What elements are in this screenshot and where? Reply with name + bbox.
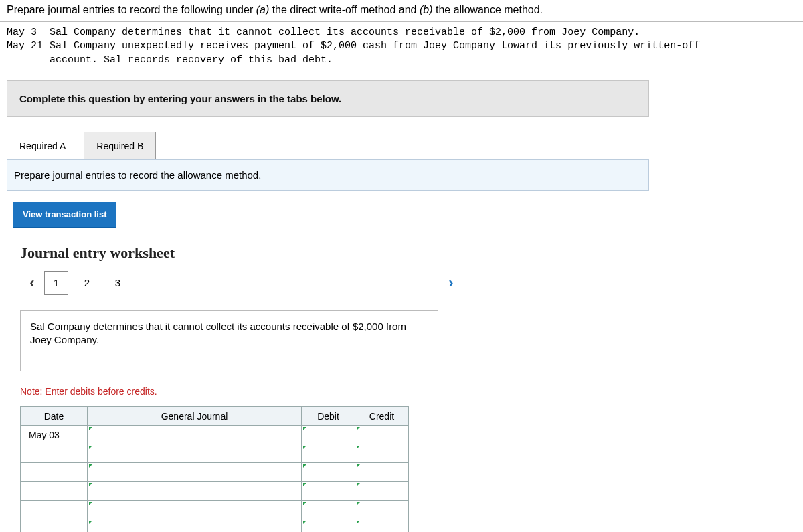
- prev-step-icon[interactable]: ‹: [20, 271, 44, 295]
- credit-cell[interactable]: [355, 444, 409, 463]
- dropdown-indicator-icon: [89, 427, 92, 430]
- view-transaction-list-button[interactable]: View transaction list: [13, 202, 116, 227]
- general-journal-cell[interactable]: [88, 426, 302, 444]
- dropdown-indicator-icon: [303, 446, 306, 449]
- part-a-label: (a): [256, 4, 270, 15]
- general-journal-cell[interactable]: [88, 482, 302, 501]
- col-general-journal: General Journal: [88, 407, 302, 426]
- event-text: Sal Company determines that it cannot co…: [47, 26, 640, 39]
- general-journal-cell[interactable]: [88, 463, 302, 482]
- debit-cell[interactable]: [302, 426, 355, 444]
- dropdown-indicator-icon: [357, 446, 360, 449]
- part-b-text: the allowance method.: [433, 4, 543, 15]
- dropdown-indicator-icon: [357, 464, 360, 468]
- date-cell[interactable]: [21, 501, 88, 519]
- event-date: May 21: [7, 39, 47, 53]
- credit-cell[interactable]: [355, 501, 409, 519]
- col-credit: Credit: [355, 407, 409, 426]
- step-3[interactable]: 3: [106, 271, 130, 295]
- date-cell[interactable]: May 03: [21, 426, 88, 444]
- event-text: account. Sal records recovery of this ba…: [47, 54, 333, 67]
- step-2[interactable]: 2: [75, 271, 99, 295]
- table-row: [21, 444, 409, 463]
- intro-prefix: Prepare journal entries to record the fo…: [7, 4, 256, 15]
- tab-required-a[interactable]: Required A: [7, 132, 78, 160]
- dropdown-indicator-icon: [357, 483, 360, 486]
- part-b-label: (b): [420, 4, 433, 15]
- table-row: [21, 463, 409, 482]
- step-navigation: ‹ 1 2 3 ›: [20, 271, 463, 295]
- complete-instruction-bar: Complete this question by entering your …: [7, 80, 649, 117]
- table-row: [21, 501, 409, 519]
- date-cell[interactable]: [21, 444, 88, 463]
- date-cell[interactable]: [21, 519, 88, 532]
- journal-entry-table: Date General Journal Debit Credit May 03: [20, 406, 409, 532]
- dropdown-indicator-icon: [89, 464, 92, 468]
- dropdown-indicator-icon: [89, 446, 92, 449]
- worksheet-title: Journal entry worksheet: [20, 244, 803, 262]
- credit-cell[interactable]: [355, 426, 409, 444]
- step-1[interactable]: 1: [44, 271, 68, 295]
- transaction-list: May 3 Sal Company determines that it can…: [0, 22, 803, 71]
- dropdown-indicator-icon: [357, 502, 360, 505]
- col-date: Date: [21, 407, 88, 426]
- debit-cell[interactable]: [302, 463, 355, 482]
- dropdown-indicator-icon: [303, 521, 306, 524]
- table-row: [21, 482, 409, 501]
- dropdown-indicator-icon: [89, 483, 92, 486]
- debit-cell[interactable]: [302, 482, 355, 501]
- debit-cell[interactable]: [302, 444, 355, 463]
- part-a-text: the direct write-off method and: [269, 4, 420, 15]
- tab-instruction-strip: Prepare journal entries to record the al…: [7, 159, 649, 191]
- dropdown-indicator-icon: [357, 521, 360, 524]
- date-cell[interactable]: [21, 482, 88, 501]
- table-row: [21, 519, 409, 532]
- event-date: [7, 54, 47, 67]
- col-debit: Debit: [302, 407, 355, 426]
- debit-cell[interactable]: [302, 519, 355, 532]
- dropdown-indicator-icon: [357, 427, 360, 430]
- dropdown-indicator-icon: [89, 521, 92, 524]
- general-journal-cell[interactable]: [88, 501, 302, 519]
- general-journal-cell[interactable]: [88, 519, 302, 532]
- credit-cell[interactable]: [355, 463, 409, 482]
- question-intro: Prepare journal entries to record the fo…: [0, 0, 803, 21]
- dropdown-indicator-icon: [89, 502, 92, 505]
- date-cell[interactable]: [21, 463, 88, 482]
- required-tabs: Required A Required B: [7, 132, 803, 160]
- dropdown-indicator-icon: [303, 464, 306, 468]
- credit-cell[interactable]: [355, 519, 409, 532]
- credits-note: Note: Enter debits before credits.: [20, 386, 803, 397]
- table-row: May 03: [21, 426, 409, 444]
- event-date: May 3: [7, 26, 47, 39]
- dropdown-indicator-icon: [303, 427, 306, 430]
- next-step-icon[interactable]: ›: [439, 271, 463, 295]
- tab-required-b[interactable]: Required B: [84, 132, 156, 160]
- event-text: Sal Company unexpectedly receives paymen…: [47, 39, 700, 53]
- transaction-description: Sal Company determines that it cannot co…: [20, 310, 438, 372]
- general-journal-cell[interactable]: [88, 444, 302, 463]
- dropdown-indicator-icon: [303, 502, 306, 505]
- dropdown-indicator-icon: [303, 483, 306, 486]
- debit-cell[interactable]: [302, 501, 355, 519]
- credit-cell[interactable]: [355, 482, 409, 501]
- date-value: May 03: [21, 430, 60, 440]
